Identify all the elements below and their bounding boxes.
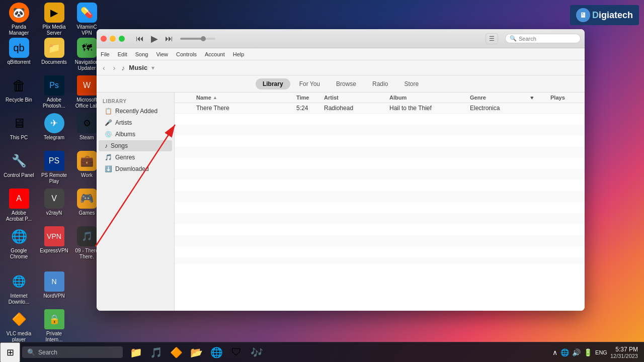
fast-forward-button[interactable]: ⏭ xyxy=(163,33,175,44)
menu-edit[interactable]: Edit xyxy=(118,51,127,57)
desktop-icon-recycle[interactable]: 🗑 Recycle Bin xyxy=(3,75,35,103)
col-time[interactable]: Time xyxy=(296,95,324,101)
telegram-icon: ✈ xyxy=(44,113,64,133)
panda-icon: 🐼 xyxy=(9,3,29,23)
sidebar-item-albums[interactable]: 💿 Albums xyxy=(99,129,172,140)
col-num xyxy=(179,95,196,101)
taskbar-network-icon[interactable]: 🌐 xyxy=(560,348,569,356)
nav-forward-button[interactable]: › xyxy=(111,63,118,73)
desktop-icon-acrobat[interactable]: A AdobeAcrobat P... xyxy=(3,189,35,222)
track-genre: Electronica xyxy=(470,105,530,112)
taskbar-app-shield[interactable]: 🛡 xyxy=(227,343,246,361)
sidebar-item-recently-added[interactable]: 📋 Recently Added xyxy=(99,106,172,117)
taskbar-app-chrome[interactable]: 🌐 xyxy=(207,343,225,361)
desktop-icon-nordvpn[interactable]: N NordVPN xyxy=(38,272,70,299)
photoshop-label: AdobePhotosh... xyxy=(43,97,65,109)
taskbar-volume-icon[interactable]: 🔊 xyxy=(572,348,581,356)
desktop-icon-photoshop[interactable]: Ps AdobePhotosh... xyxy=(38,75,70,109)
vlc-icon: 🔶 xyxy=(9,309,29,329)
sidebar-item-artists[interactable]: 🎤 Artists xyxy=(99,117,172,128)
menu-song[interactable]: Song xyxy=(135,51,148,57)
col-heart[interactable]: ♥ xyxy=(530,95,550,101)
col-genre[interactable]: Genre xyxy=(470,95,530,101)
sidebar-section-library: Library xyxy=(97,97,174,105)
desktop-icon-vlc[interactable]: 🔶 VLC mediaplayer xyxy=(3,309,35,343)
work-icon: 💼 xyxy=(77,151,97,171)
menu-button[interactable]: ☰ xyxy=(486,33,498,44)
recycle-label: Recycle Bin xyxy=(6,97,32,103)
desktop-icon-panda[interactable]: 🐼 PandaManager xyxy=(3,3,35,36)
col-name[interactable]: Name ▲ xyxy=(196,95,296,101)
desktop-icon-controlpanel[interactable]: 🔧 Control Panel xyxy=(3,151,35,178)
documents-label: Documents xyxy=(41,59,67,65)
taskbar-battery-icon[interactable]: 🔋 xyxy=(584,348,592,356)
rewind-button[interactable]: ⏮ xyxy=(134,33,146,44)
desktop-icon-chrome[interactable]: 🌐 GoogleChrome xyxy=(3,226,35,260)
nav-back-button[interactable]: ‹ xyxy=(101,63,107,73)
nav-title: Music xyxy=(129,64,147,71)
desktop-icon-v2rayn[interactable]: V v2rayN xyxy=(38,189,70,216)
menu-account[interactable]: Account xyxy=(205,51,225,57)
col-artist[interactable]: Artist xyxy=(324,95,389,101)
steam-label: Steam xyxy=(79,135,94,141)
logo-text: Digiatech xyxy=(592,10,633,21)
expressvpn-label: ExpressVPN xyxy=(40,248,68,254)
taskbar-app-music2[interactable]: 🎶 xyxy=(248,343,266,361)
search-input[interactable] xyxy=(519,36,576,42)
taskbar-app-folder[interactable]: 📂 xyxy=(187,343,205,361)
close-button[interactable] xyxy=(101,36,107,42)
menu-view[interactable]: View xyxy=(156,51,168,57)
play-button[interactable]: ▶ xyxy=(149,32,160,45)
tab-foryou[interactable]: For You xyxy=(292,78,327,89)
logo-icon: 🖥 xyxy=(576,8,590,22)
search-box[interactable]: 🔍 xyxy=(505,34,581,43)
menu-file[interactable]: File xyxy=(101,51,110,57)
taskbar-search-area[interactable]: 🔍 Search xyxy=(22,346,123,358)
taskbar-app-file-explorer[interactable]: 📁 xyxy=(127,343,145,361)
desktop-icon-privateinternet[interactable]: 🔒 PrivateIntern... xyxy=(38,309,70,343)
taskbar-language[interactable]: ENG xyxy=(595,349,607,355)
plex-label: Plix MediaServer xyxy=(42,24,65,36)
taskbar-clock[interactable]: 5:37 PM 12/31/2023 xyxy=(610,346,638,359)
office-icon: W xyxy=(77,75,97,96)
tab-browse[interactable]: Browse xyxy=(329,78,363,89)
track-list: Name ▲ Time Artist Album Genre xyxy=(175,93,585,311)
nav-dropdown-arrow[interactable]: ▾ xyxy=(151,64,154,71)
desktop-icon-psremote[interactable]: PS PS RemotePlay xyxy=(38,151,70,185)
minimize-button[interactable] xyxy=(110,36,116,42)
psremote-label: PS RemotePlay xyxy=(41,172,67,185)
tab-library[interactable]: Library xyxy=(256,78,290,89)
desktop-icon-qbittorrent[interactable]: qb qBittorrent xyxy=(3,38,35,65)
taskbar-search-icon: 🔍 xyxy=(27,348,35,356)
volume-slider[interactable] xyxy=(180,38,215,40)
desktop-icon-thispc[interactable]: 🖥 This PC xyxy=(3,113,35,141)
desktop-icon-telegram[interactable]: ✈ Telegram xyxy=(38,113,70,141)
songs-icon: ♪ xyxy=(105,142,108,149)
start-button[interactable]: ⊞ xyxy=(0,342,20,363)
track-name: There There xyxy=(196,105,296,112)
table-row[interactable]: There There 5:24 Radiohead Hail to the T… xyxy=(175,103,585,114)
col-album[interactable]: Album xyxy=(389,95,470,101)
sidebar-item-downloaded[interactable]: ⬇️ Downloaded xyxy=(99,163,172,174)
col-plays[interactable]: Plays xyxy=(550,95,581,101)
logo-d: D xyxy=(592,10,599,20)
tab-radio[interactable]: Radio xyxy=(365,78,395,89)
sidebar-item-songs[interactable]: ♪ Songs xyxy=(99,140,172,151)
menu-help[interactable]: Help xyxy=(233,51,245,57)
taskbar-app-music[interactable]: 🎵 xyxy=(147,343,165,361)
tab-store[interactable]: Store xyxy=(397,78,426,89)
maximize-button[interactable] xyxy=(119,36,125,42)
menu-controls[interactable]: Controls xyxy=(176,51,197,57)
taskbar-app-vlc[interactable]: 🔶 xyxy=(167,343,185,361)
desktop-icon-expressvpn[interactable]: VPN ExpressVPN xyxy=(38,226,70,254)
sidebar-item-genres[interactable]: 🎵 Genres xyxy=(99,152,172,163)
track-time: 5:24 xyxy=(296,105,324,112)
taskbar-date: 12/31/2023 xyxy=(610,353,638,359)
desktop-icon-documents[interactable]: 📁 Documents xyxy=(38,38,70,65)
desktop-icon-internetdownload[interactable]: 🌐 InternetDownlo... xyxy=(3,272,35,305)
privateinternet-icon: 🔒 xyxy=(44,309,64,329)
taskbar-up-arrow-icon[interactable]: ∧ xyxy=(552,348,557,356)
desktop-icon-plex[interactable]: ▶ Plix MediaServer xyxy=(38,3,70,36)
steam-icon: ⚙ xyxy=(77,113,97,133)
menu-bar: File Edit Song View Controls Account Hel… xyxy=(97,48,585,60)
